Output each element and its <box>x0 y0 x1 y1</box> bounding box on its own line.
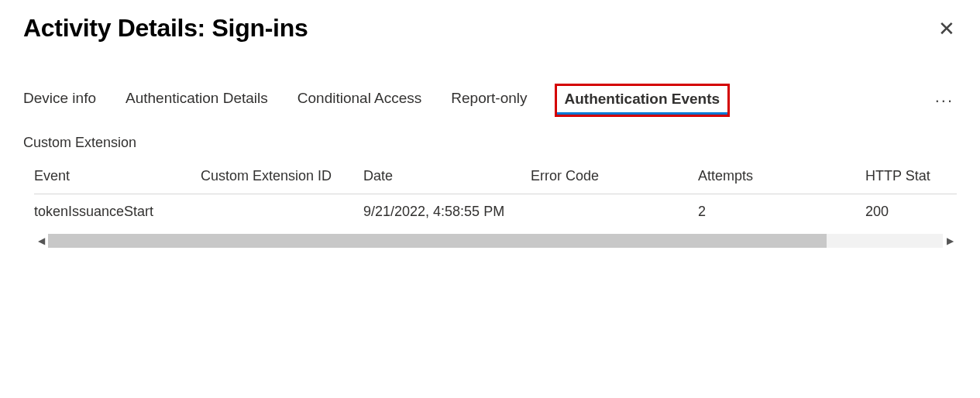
cell-custom-extension-id <box>201 194 363 230</box>
more-icon[interactable]: ··· <box>935 91 957 111</box>
scroll-caret-left-icon[interactable]: ◀ <box>34 235 48 246</box>
cell-http-stat: 200 <box>865 194 957 230</box>
tab-device-info[interactable]: Device info <box>23 88 96 113</box>
col-header-error-code[interactable]: Error Code <box>531 159 698 194</box>
col-header-custom-extension-id[interactable]: Custom Extension ID <box>201 159 363 194</box>
scroll-caret-right-icon[interactable]: ▶ <box>943 235 957 246</box>
scroll-thumb[interactable] <box>48 234 827 248</box>
events-table-wrap: Event Custom Extension ID Date Error Cod… <box>23 159 957 249</box>
panel-header: Activity Details: Sign-ins ✕ <box>23 14 957 43</box>
col-header-date[interactable]: Date <box>363 159 531 194</box>
col-header-event[interactable]: Event <box>34 159 201 194</box>
tab-bar: Device info Authentication Details Condi… <box>23 86 957 115</box>
tab-authentication-details[interactable]: Authentication Details <box>126 88 268 113</box>
table-header-row: Event Custom Extension ID Date Error Cod… <box>34 159 957 194</box>
close-icon[interactable]: ✕ <box>937 17 957 40</box>
cell-error-code <box>531 194 698 230</box>
cell-attempts: 2 <box>698 194 865 230</box>
col-header-http-stat[interactable]: HTTP Stat <box>865 159 957 194</box>
scroll-track[interactable] <box>48 234 943 248</box>
section-label-custom-extension: Custom Extension <box>23 135 957 151</box>
page-title: Activity Details: Sign-ins <box>23 14 308 43</box>
tab-authentication-events[interactable]: Authentication Events <box>557 86 728 115</box>
cell-event: tokenIssuanceStart <box>34 194 201 230</box>
tab-conditional-access[interactable]: Conditional Access <box>297 88 422 113</box>
activity-details-panel: Activity Details: Sign-ins ✕ Device info… <box>0 0 980 398</box>
table-row[interactable]: tokenIssuanceStart 9/21/2022, 4:58:55 PM… <box>34 194 957 230</box>
col-header-attempts[interactable]: Attempts <box>698 159 865 194</box>
tab-report-only[interactable]: Report-only <box>451 88 527 113</box>
horizontal-scrollbar[interactable]: ◀ ▶ <box>34 232 957 249</box>
cell-date: 9/21/2022, 4:58:55 PM <box>363 194 531 230</box>
events-table: Event Custom Extension ID Date Error Cod… <box>34 159 957 229</box>
